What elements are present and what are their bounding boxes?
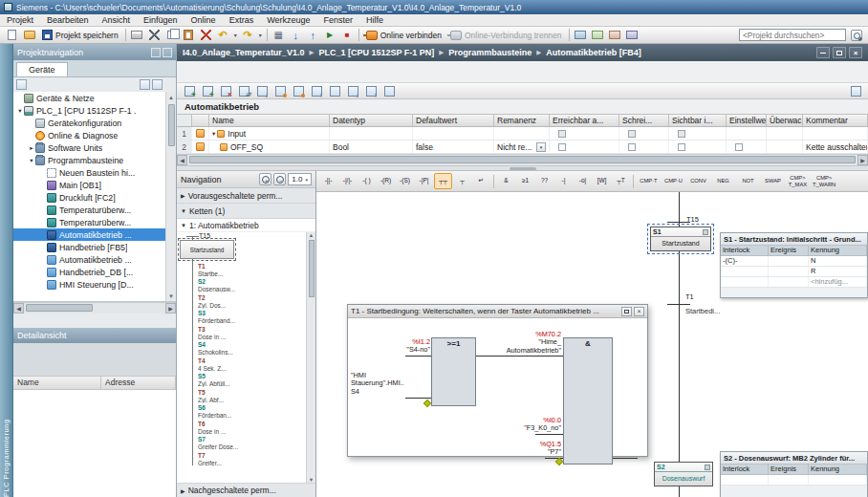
menu-projekt[interactable]: Projekt	[0, 14, 40, 27]
tree-item-hmi-steuerung-db[interactable]: HMI Steuerung [D...	[13, 278, 176, 291]
scroll-left-icon[interactable]: ◀	[13, 303, 24, 313]
add-row-icon[interactable]	[200, 84, 215, 98]
thumb-item-s3[interactable]: S3Förderband...	[198, 310, 267, 324]
save-project-button[interactable]: Projekt speichern	[38, 28, 122, 42]
s2-properties-panel[interactable]: S2 - Dosenauswurf: MB2 Zylinder für... I…	[720, 451, 868, 497]
tree-item-handbetrieb-db[interactable]: Handbetrieb_DB [...	[13, 266, 176, 278]
transition-t15-label[interactable]: T15	[686, 215, 699, 224]
split-editor-icon[interactable]	[624, 28, 640, 42]
transition-t1-name[interactable]: Startbedi...	[685, 307, 720, 315]
thumb-item-t7[interactable]: T7Greifer...	[198, 452, 267, 466]
schreibbar-checkbox[interactable]	[628, 143, 636, 151]
conv-icon[interactable]: CONV	[686, 173, 710, 189]
open-project-icon[interactable]	[21, 28, 37, 42]
detail-column-adresse[interactable]: Adresse	[101, 377, 176, 389]
table-row-off-sq[interactable]: 2 OFF_SQ Bool false Nicht re...▾ Kette a…	[177, 140, 868, 154]
menu-einfuegen[interactable]: Einfügen	[137, 14, 184, 27]
tree-item-online-diagnose[interactable]: Online & Diagnose	[13, 129, 176, 141]
scroll-right-icon[interactable]: ▶	[165, 303, 176, 313]
operand-hmi-automatikbetrieb[interactable]: %M70.2"Hime_Automatikbetrieb"	[480, 331, 561, 355]
close-editor-button[interactable]: ×	[849, 47, 862, 58]
tree-item-geraetekonfiguration[interactable]: Gerätekonfiguration	[13, 117, 176, 129]
monitor-all-icon[interactable]	[327, 84, 342, 98]
download-to-device-icon[interactable]	[288, 28, 304, 42]
column-header-kommentar[interactable]: Kommentar	[803, 115, 868, 126]
simultaneous-branch-icon[interactable]: ┬┬	[434, 173, 452, 189]
stop-cpu-icon[interactable]	[339, 28, 356, 42]
table-row-input[interactable]: 1 ▾Input	[177, 127, 868, 140]
column-header-datentyp[interactable]: Datentyp	[330, 115, 413, 126]
collapse-panel-icon[interactable]	[163, 48, 172, 57]
tree-item-handbetrieb-fb5[interactable]: Handbetrieb [FB5]	[13, 241, 176, 253]
tree-item-neuen-baustein[interactable]: Neuen Baustein hi...	[13, 166, 176, 179]
and-box-icon[interactable]: &	[497, 173, 515, 189]
print-icon[interactable]	[129, 28, 145, 42]
tree-filter-icon[interactable]	[16, 79, 27, 90]
column-header-sichtbar[interactable]: Sichtbar i...	[669, 115, 727, 126]
tree-columns-icon[interactable]	[152, 79, 163, 90]
breadcrumb-automatikbetrieb[interactable]: Automatikbetrieb [FB4]	[546, 48, 641, 57]
set-coil-icon[interactable]: -(S)	[396, 173, 414, 189]
step-s1[interactable]: S1 Startzustand	[650, 227, 711, 251]
einstellwert-checkbox[interactable]	[735, 143, 743, 151]
thumb-item-t6[interactable]: T6Dose in ...	[198, 421, 267, 435]
detach-dialog-icon[interactable]	[621, 307, 632, 316]
section-post-permanent[interactable]: ▶Nachgeschaltete perm...	[177, 483, 315, 497]
tree-item-automatikbetrieb-db[interactable]: Automatikbetrieb ...	[13, 253, 176, 266]
paste-icon[interactable]	[181, 28, 197, 42]
tree-item-temperaturueberwachung-2[interactable]: Temperaturüberw...	[13, 216, 176, 228]
reset-start-values-icon[interactable]	[236, 84, 251, 98]
load-start-values-icon[interactable]	[254, 84, 270, 98]
tree-vertical-scrollbar[interactable]: ▲▼	[165, 92, 176, 301]
word-box-icon[interactable]: [W]	[593, 173, 611, 189]
column-header-schreibbar[interactable]: Schrei...	[619, 115, 669, 126]
operand-p7[interactable]: %Q1.5"P7"	[493, 441, 561, 457]
section-ketten[interactable]: ▼Ketten (1)	[177, 204, 315, 219]
cmp-t-icon[interactable]: CMP·T	[637, 173, 661, 189]
thumb-item-s5[interactable]: S5Zyl. Abfüll...	[198, 373, 267, 387]
simulation-icon[interactable]	[590, 28, 606, 42]
online-connect-button[interactable]: Online verbinden	[362, 28, 445, 42]
tab-geraete[interactable]: Geräte	[16, 62, 68, 76]
tree-horizontal-scrollbar[interactable]: ◀ ▶	[13, 302, 176, 313]
undo-icon[interactable]	[215, 28, 231, 42]
menu-werkzeuge[interactable]: Werkzeuge	[260, 14, 316, 27]
collapse-section-icon[interactable]: ▾	[212, 130, 215, 138]
compile-icon[interactable]	[271, 28, 287, 42]
tree-item-geraete-netze[interactable]: Geräte & Netze	[13, 92, 176, 104]
s2-action-row[interactable]	[721, 475, 867, 486]
cmp-u-icon[interactable]: CMP·U	[662, 173, 685, 189]
column-header-ueberwachung[interactable]: Überwac...	[767, 115, 803, 126]
not-icon[interactable]: NOT	[736, 173, 760, 189]
or-gate[interactable]: >=1	[431, 337, 476, 406]
find-in-project-icon[interactable]	[848, 28, 864, 42]
operand-hmi-s4[interactable]: "HMIStauerung".HMI..S4	[351, 372, 433, 396]
column-header-defaultwert[interactable]: Defaultwert	[413, 115, 494, 126]
thumb-item-t1[interactable]: T1Startbe...	[198, 263, 267, 277]
thumb-item-t5[interactable]: T5Zyl. Abf...	[198, 389, 267, 403]
breadcrumb-project[interactable]: I4.0_Anlage_Temperatur_V1.0	[183, 48, 304, 57]
minimize-editor-button[interactable]	[816, 47, 830, 58]
online-disconnect-button[interactable]: Online-Verbindung trennen	[446, 28, 566, 42]
sichtbar-checkbox[interactable]	[678, 143, 685, 151]
thumbnail-scrollbar[interactable]: ▲▼	[306, 232, 315, 483]
menu-online[interactable]: Online	[184, 14, 223, 27]
section-pre-permanent[interactable]: ▶Vorausgeschaltete perm...	[177, 188, 315, 204]
insert-row-icon[interactable]	[182, 84, 197, 98]
menu-fenster[interactable]: Fenster	[317, 14, 360, 27]
menu-extras[interactable]: Extras	[223, 14, 261, 27]
tree-view-icon[interactable]	[140, 79, 150, 90]
chain-item[interactable]: ▼1: Automatikbetrieb	[177, 219, 315, 232]
zoom-in-icon[interactable]: +	[259, 173, 271, 185]
redo-icon[interactable]	[240, 28, 256, 42]
plc-programming-side-tab[interactable]: PLC Programmierung	[0, 44, 13, 497]
close-dialog-icon[interactable]: ×	[634, 307, 644, 316]
dialog-titlebar[interactable]: T1 - Startbedingung: Weiterschalten, wen…	[348, 305, 647, 318]
settings-icon[interactable]	[381, 84, 397, 98]
column-header-erreichbar[interactable]: Erreichbar a...	[550, 115, 619, 126]
coil-icon[interactable]: -( )	[358, 173, 376, 189]
scroll-right-icon[interactable]: ▶	[857, 155, 868, 165]
copy-icon[interactable]	[163, 28, 180, 42]
table-horizontal-scrollbar[interactable]: ◀ ▶	[177, 154, 868, 166]
thumb-t15-label[interactable]: T15	[199, 232, 210, 239]
